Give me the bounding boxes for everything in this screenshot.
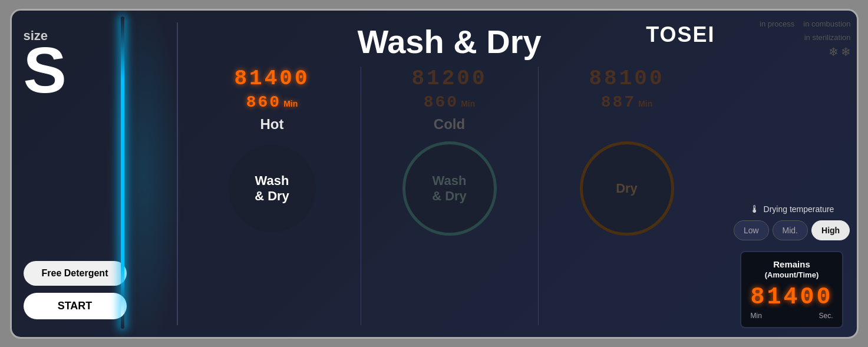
size-value: S [24, 38, 67, 103]
snowflake-row: ❄ ❄ [733, 45, 851, 59]
temp-label-2: Cold [434, 116, 465, 133]
drying-temp-text: Drying temperature [764, 204, 834, 214]
remains-display: 81400 [750, 284, 833, 310]
snowflake-icon: ❄ [829, 45, 839, 59]
drying-temp-label-row: 🌡 Drying temperature [750, 203, 834, 216]
columns-area: 81400 860 Min Hot Wash& Dry 81200 860 Mi… [184, 67, 715, 325]
in-process-label: in process [760, 19, 794, 28]
in-sterilization-label: in sterilization [804, 33, 851, 42]
temp-btn-mid[interactable]: Mid. [773, 220, 808, 240]
wash-column-2: 81200 860 Min Cold Wash& Dry [361, 67, 539, 325]
main-content: Wash & Dry TOSEI 81400 860 Min Hot Wash&… [178, 11, 727, 337]
status-row2: in sterilization [733, 33, 851, 42]
status-row: in process in combustion [733, 19, 851, 28]
display-min-1: 860 [246, 93, 281, 111]
display-amount-3: 88100 [589, 67, 664, 91]
circle-btn-2[interactable]: Wash& Dry [402, 141, 497, 236]
remains-box: Remains (Amount/Time) 81400 Min Sec. [740, 251, 843, 328]
in-combustion-label: in combustion [803, 19, 850, 28]
main-title: Wash & Dry [184, 22, 715, 61]
display-min-row-2: 860 Min [424, 93, 476, 111]
thermometer-icon: 🌡 [750, 203, 760, 216]
min-label-3: Min [638, 99, 652, 108]
min-label-2: Min [461, 99, 475, 108]
temp-btn-high[interactable]: High [811, 220, 850, 240]
snowflake-icon2: ❄ [841, 45, 851, 59]
wash-column-1: 81400 860 Min Hot Wash& Dry [184, 67, 361, 325]
display-min-3: 887 [601, 93, 636, 111]
temp-btn-low[interactable]: Low [734, 220, 769, 240]
remains-digits: 81400 [750, 284, 833, 310]
remains-title: Remains (Amount/Time) [750, 259, 833, 279]
brand-logo: TOSEI [646, 22, 715, 47]
circle-label-2: Wash& Dry [432, 173, 467, 204]
title-bar: Wash & Dry TOSEI [184, 22, 715, 61]
drying-temp-section: 🌡 Drying temperature Low Mid. High Remai… [733, 203, 851, 328]
remains-min-label: Min [750, 312, 761, 320]
machine-panel: size S Free Detergent START Wash & Dry T… [10, 9, 859, 339]
min-label-1: Min [283, 99, 298, 108]
display-min-2: 860 [424, 93, 458, 111]
circle-btn-3[interactable]: Dry [580, 141, 674, 236]
circle-btn-1[interactable]: Wash& Dry [225, 141, 319, 236]
right-panel: in process in combustion in sterilizatio… [727, 11, 857, 337]
left-sidebar: size S Free Detergent START [12, 11, 177, 337]
remains-sub: Min Sec. [750, 312, 833, 320]
arc-line [121, 16, 124, 329]
temp-buttons: Low Mid. High [734, 220, 850, 240]
circle-label-3: Dry [616, 181, 638, 196]
circle-label-1: Wash& Dry [255, 173, 289, 204]
display-amount-2: 81200 [411, 67, 487, 91]
temp-label-3 [625, 116, 629, 133]
display-min-row-1: 860 Min [246, 93, 298, 111]
display-amount-1: 81400 [234, 67, 309, 91]
start-button[interactable]: START [24, 293, 127, 319]
display-min-row-3: 887 Min [601, 93, 653, 111]
remains-sec-label: Sec. [819, 312, 833, 320]
arc-glow [106, 9, 183, 339]
wash-column-3: 88100 887 Min Dry [539, 67, 715, 325]
temp-label-1: Hot [260, 116, 284, 133]
